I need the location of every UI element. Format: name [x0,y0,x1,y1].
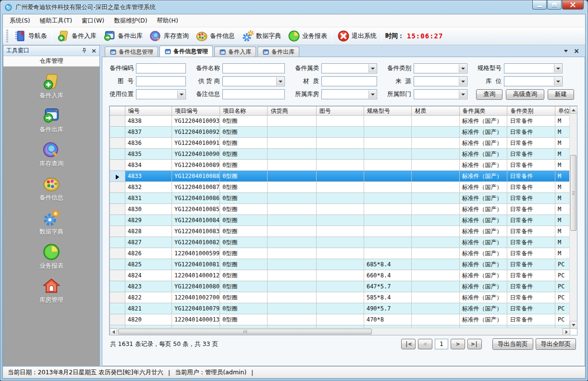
column-header[interactable]: 供货商 [268,107,316,116]
row-selector-cell[interactable] [110,226,125,237]
table-row[interactable]: 4825YG122040100810型圈685*8.4标准件（国产）日常备件PC [110,259,570,270]
table-row[interactable]: 4823YG122040100800型圈647*5.7标准件（国产）日常备件PC [110,281,570,292]
table-row[interactable]: 4832YG122040100870型圈标准件（国产）日常备件M [110,182,570,193]
tab-close-icon[interactable]: × [574,48,579,54]
scroll-up-button[interactable] [570,106,577,114]
scroll-right-button[interactable] [563,328,570,335]
part-name-input[interactable] [222,63,285,73]
first-page-button[interactable]: |< [401,339,416,349]
column-header[interactable]: 备件属类 [459,107,507,116]
close-button[interactable] [562,0,584,10]
sidebar-item-parts-inbound[interactable]: 备件入库 [3,72,99,100]
row-selector-cell[interactable] [110,193,125,204]
row-selector-cell[interactable] [110,248,125,259]
column-header[interactable]: 项目名称 [220,107,267,116]
toolbar-button-stock-query[interactable]: 库存查询 [146,29,192,43]
source-select[interactable] [414,76,467,86]
toolbar-button-parts-outbound[interactable]: 备件出库 [100,29,146,43]
row-selector-cell[interactable] [110,270,125,281]
storage-bin-select[interactable] [504,76,563,86]
sidebar-item-parts-info[interactable]: 备件信息 [3,175,99,202]
horizontal-scroll-thumb[interactable] [118,329,372,334]
previous-page-button[interactable]: < [418,339,432,349]
export-all-pages-button[interactable]: 导出全部页 [536,338,576,350]
drawing-no-input[interactable] [136,76,186,86]
row-selector-cell[interactable] [110,171,125,182]
table-row[interactable]: 4829YG122040100840型圈标准件（国产）日常备件M [110,215,570,226]
table-row[interactable]: 4830YG122040100850型圈标准件（国产）日常备件M [110,204,570,215]
material-input[interactable] [321,76,377,86]
toolbar-button-data-dictionary[interactable]: 数据字典 [238,29,284,43]
column-header[interactable]: 编号 [125,107,172,116]
maximize-button[interactable] [547,0,562,10]
column-header[interactable]: 项目编号 [172,107,220,116]
vertical-scroll-thumb[interactable] [570,155,576,231]
sidebar-item-warehouse-management[interactable]: 库房管理 [3,277,99,304]
table-row[interactable]: 4838YG122040100930型圈标准件（国产）日常备件M [110,116,570,127]
menu-aux-tools[interactable]: 辅助工具(T) [35,15,77,27]
column-header[interactable]: 备件类别 [507,107,555,116]
next-page-button[interactable]: > [451,339,465,349]
row-selector-cell[interactable] [110,138,125,149]
table-row[interactable]: 4835YG122040100900型圈标准件（国产）日常备件M [110,149,570,160]
sidebar-item-stock-query[interactable]: 库存查询 [3,141,99,168]
table-row[interactable]: 4834YG122040100890型圈标准件（国产）日常备件M [110,160,570,171]
sidebar-item-parts-outbound[interactable]: 备件出库 [3,107,99,134]
column-header[interactable]: 规格型号 [364,107,411,116]
table-row[interactable]: 4836YG122040100910型圈标准件（国产）日常备件M [110,138,570,149]
table-row[interactable]: 4821YG122040100790型圈490*5.7标准件（国产）日常备件PC [110,303,570,314]
page-number-input[interactable]: 1 [435,339,448,349]
row-selector-cell[interactable] [110,292,125,303]
vertical-scrollbar[interactable] [569,106,577,329]
row-selector-cell[interactable] [110,116,125,127]
scroll-down-button[interactable] [570,321,577,329]
row-selector-cell[interactable] [110,149,125,160]
sidebar-item-data-dictionary[interactable]: 数据字典 [3,209,99,236]
table-row[interactable]: 4831YG122040100860型圈标准件（国产）日常备件M [110,193,570,204]
sidebar-item-business-report[interactable]: 业务报表 [3,243,99,270]
last-page-button[interactable]: >| [467,339,482,349]
part-category-select[interactable] [321,63,377,73]
part-type-select[interactable] [414,63,467,73]
table-row[interactable]: 482212204010027000型圈585*8.4标准件（国产）日常备件PC [110,292,570,303]
row-selector-cell[interactable] [110,127,125,138]
table-row[interactable]: 482012204014000130型圈470*8标准件（国产）日常备件PC [110,314,570,325]
create-new-button[interactable]: 新建 [548,89,574,100]
department-select[interactable] [414,89,467,99]
scroll-left-button[interactable] [110,328,117,335]
table-row[interactable]: 4837YG122040100920型圈标准件（国产）日常备件M [110,127,570,138]
usage-position-select[interactable] [136,89,186,99]
row-selector-cell[interactable] [110,259,125,270]
row-selector-cell[interactable] [110,204,125,215]
menu-window[interactable]: 窗口(W) [77,15,109,27]
column-header[interactable]: 材质 [412,107,459,116]
toolbar-button-exit-system[interactable]: 退出系统 [334,29,380,43]
row-selector-cell[interactable] [110,303,125,314]
spec-model-select[interactable] [504,63,563,73]
tab-list-dropdown-icon[interactable] [564,50,568,52]
pin-icon[interactable] [81,48,87,54]
column-header[interactable]: 图号 [316,107,364,116]
horizontal-scrollbar[interactable] [110,328,570,335]
table-row[interactable]: 4828YG122040100830型圈标准件（国产）日常备件M [110,226,570,237]
tab-parts-info-management-1[interactable]: 备件信息管理 [105,47,158,57]
row-selector-cell[interactable] [110,160,125,171]
row-selector-cell[interactable] [110,314,125,325]
tab-parts-inbound[interactable]: 备件入库 [214,47,256,57]
toolbar-button-business-report[interactable]: 业务报表 [284,29,331,43]
advanced-query-button[interactable]: 高级查询 [506,89,544,100]
minimize-button[interactable] [532,0,547,10]
warehouse-select[interactable] [321,89,377,99]
sidebar-close-icon[interactable]: × [91,48,97,54]
table-row[interactable]: 482612204010005990型圈标准件（国产）日常备件M [110,248,570,259]
query-button[interactable]: 查询 [476,89,502,100]
toolbar-button-parts-info[interactable]: 备件信息 [192,29,238,43]
column-header[interactable]: 单位 [555,107,570,116]
table-row[interactable]: 482412204014000120型圈660*8.4标准件（国产）日常备件PC [110,270,570,281]
table-row[interactable]: 4833YG122040100880型圈标准件（国产）日常备件M [110,171,570,182]
row-selector-cell[interactable] [110,281,125,292]
toolbar-button-navbar[interactable]: 导航条 [11,29,50,43]
export-current-page-button[interactable]: 导出当前页 [492,338,533,350]
row-selector-cell[interactable] [110,215,125,226]
menu-data-maintenance[interactable]: 数据维护(D) [109,15,152,27]
